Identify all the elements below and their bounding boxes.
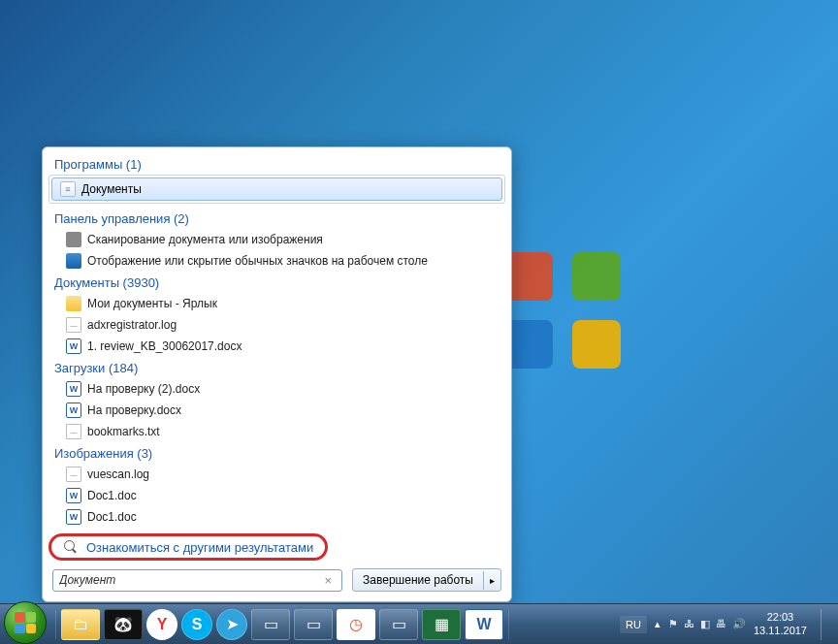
taskbar-app-panda[interactable]: 🐼: [104, 609, 143, 640]
category-images: Изображения (3): [48, 442, 505, 464]
search-box[interactable]: ×: [52, 569, 342, 592]
taskbar-app-monitor[interactable]: ▦: [422, 609, 461, 640]
result-item-doc1-a[interactable]: Doc1.doc: [48, 485, 505, 506]
word-file-icon: [66, 488, 81, 503]
display-icon: [66, 253, 81, 269]
result-label: adxregistrator.log: [87, 318, 177, 332]
text-file-icon: [66, 467, 81, 482]
result-item-na-proverku[interactable]: На проверку.docx: [48, 400, 505, 421]
scanner-icon: [66, 232, 81, 247]
result-label: Документы: [81, 182, 142, 196]
taskbar-app-telegram[interactable]: ➤: [216, 609, 247, 640]
word-file-icon: [66, 338, 81, 354]
windows-flag-icon: [15, 612, 36, 633]
clock[interactable]: 22:03 13.11.2017: [754, 611, 807, 636]
text-file-icon: [66, 424, 81, 439]
word-file-icon: [66, 509, 81, 525]
shutdown-more-arrow[interactable]: ▸: [483, 571, 500, 590]
language-indicator[interactable]: RU: [620, 616, 647, 633]
category-documents: Документы (3930): [48, 272, 505, 293]
word-file-icon: [66, 381, 81, 397]
result-label: На проверку.docx: [87, 403, 181, 417]
result-label: Отображение или скрытие обычных значков …: [87, 254, 428, 268]
more-results-label: Ознакомиться с другими результатами: [86, 540, 313, 555]
tray-icon-network[interactable]: 🖧: [684, 618, 694, 630]
result-item-review-kb-docx[interactable]: 1. review_KB_30062017.docx: [48, 336, 505, 357]
result-label: bookmarks.txt: [87, 425, 160, 438]
document-icon: [60, 181, 76, 197]
taskbar-app-word-tb[interactable]: W: [465, 609, 503, 640]
taskbar-app-generic3[interactable]: ▭: [379, 609, 418, 640]
programs-group: Документы: [48, 175, 505, 204]
taskbar-app-yandex[interactable]: Y: [146, 609, 177, 640]
result-item-doc1-b[interactable]: Doc1.doc: [48, 506, 505, 528]
result-item-adxregistrator-log[interactable]: adxregistrator.log: [48, 314, 505, 336]
result-item-documents[interactable]: Документы: [51, 177, 502, 201]
taskbar: 🗀🐼YS➤▭▭◷▭▦W RU ▴ ⚑ 🖧 ◧ 🖶 🔊 22:03 13.11.2…: [0, 603, 838, 644]
tray-icon-device[interactable]: 🖶: [716, 618, 726, 630]
taskbar-app-skype[interactable]: S: [181, 609, 212, 640]
taskbar-separator: [508, 610, 509, 639]
result-item-desktop-icons[interactable]: Отображение или скрытие обычных значков …: [48, 250, 505, 272]
result-item-my-documents-shortcut[interactable]: Мои документы - Ярлык: [48, 293, 505, 314]
word-file-icon: [66, 402, 81, 418]
folder-icon: [66, 296, 81, 311]
clear-search-button[interactable]: ×: [321, 573, 337, 588]
start-button[interactable]: [4, 601, 47, 644]
start-menu-search-results: Программы (1) Документы Панель управлени…: [42, 146, 512, 602]
desktop: Программы (1) Документы Панель управлени…: [0, 0, 838, 644]
show-desktop-button[interactable]: [821, 609, 832, 640]
tray-icon-volume[interactable]: 🔊: [732, 618, 746, 630]
shutdown-label[interactable]: Завершение работы: [353, 569, 483, 591]
start-menu-bottom-row: × Завершение работы ▸: [48, 568, 505, 592]
see-more-results[interactable]: Ознакомиться с другими результатами: [48, 533, 328, 561]
clock-time: 22:03: [754, 611, 807, 624]
search-input[interactable]: [59, 573, 321, 587]
result-label: Doc1.doc: [87, 489, 137, 502]
tray-icons: ⚑ 🖧 ◧ 🖶 🔊: [668, 618, 746, 630]
taskbar-app-explorer[interactable]: 🗀: [61, 609, 100, 640]
category-control-panel: Панель управления (2): [48, 208, 505, 229]
windows-logo-wallpaper: [504, 252, 621, 369]
result-label: На проверку (2).docx: [87, 382, 200, 396]
result-label: vuescan.log: [87, 467, 149, 481]
tray-icon-action-center[interactable]: ⚑: [668, 618, 678, 630]
result-label: Сканирование документа или изображения: [87, 233, 323, 246]
tray-icon-app[interactable]: ◧: [700, 618, 710, 630]
result-label: Doc1.doc: [87, 510, 137, 524]
taskbar-app-generic1[interactable]: ▭: [251, 609, 290, 640]
category-downloads: Загрузки (184): [48, 357, 505, 378]
result-item-na-proverku-2[interactable]: На проверку (2).docx: [48, 378, 505, 400]
taskbar-separator: [55, 610, 56, 639]
category-programs: Программы (1): [48, 153, 505, 175]
search-icon: [63, 539, 79, 555]
result-item-vuescan-log[interactable]: vuescan.log: [48, 464, 505, 485]
result-item-bookmarks-txt[interactable]: bookmarks.txt: [48, 421, 505, 442]
system-tray: RU ▴ ⚑ 🖧 ◧ 🖶 🔊 22:03 13.11.2017: [620, 609, 838, 640]
taskbar-items: 🗀🐼YS➤▭▭◷▭▦W: [59, 609, 505, 640]
result-item-scan-document[interactable]: Сканирование документа или изображения: [48, 229, 505, 250]
tray-show-hidden-icon[interactable]: ▴: [655, 618, 661, 630]
result-label: 1. review_KB_30062017.docx: [87, 339, 242, 353]
shutdown-button[interactable]: Завершение работы ▸: [352, 568, 501, 592]
taskbar-app-clock[interactable]: ◷: [337, 609, 375, 640]
text-file-icon: [66, 317, 81, 333]
clock-date: 13.11.2017: [754, 625, 807, 637]
taskbar-app-generic2[interactable]: ▭: [294, 609, 333, 640]
result-label: Мои документы - Ярлык: [87, 297, 217, 310]
